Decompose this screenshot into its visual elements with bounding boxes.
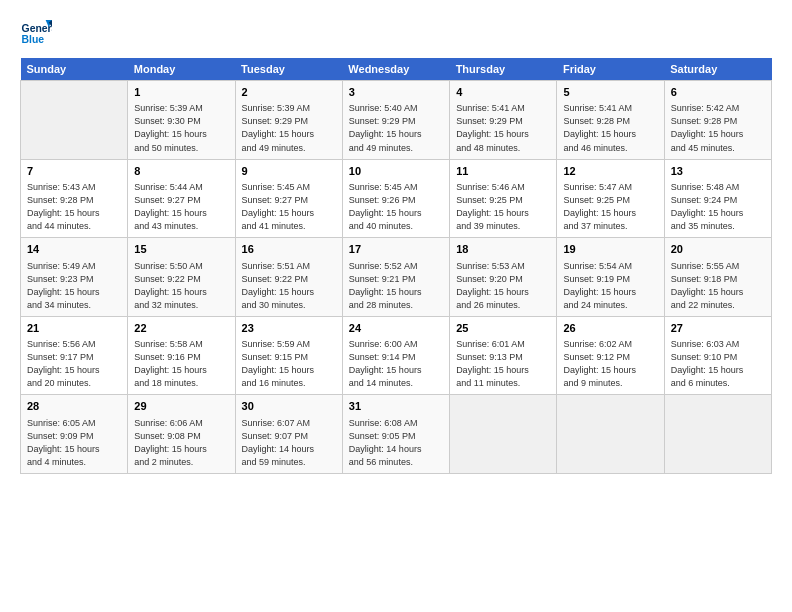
day-info: Sunrise: 5:51 AM Sunset: 9:22 PM Dayligh… (242, 260, 336, 312)
calendar-cell: 12Sunrise: 5:47 AM Sunset: 9:25 PM Dayli… (557, 159, 664, 238)
calendar-cell: 27Sunrise: 6:03 AM Sunset: 9:10 PM Dayli… (664, 316, 771, 395)
day-info: Sunrise: 5:39 AM Sunset: 9:30 PM Dayligh… (134, 102, 228, 154)
calendar-cell: 7Sunrise: 5:43 AM Sunset: 9:28 PM Daylig… (21, 159, 128, 238)
calendar-cell: 14Sunrise: 5:49 AM Sunset: 9:23 PM Dayli… (21, 238, 128, 317)
calendar-cell: 17Sunrise: 5:52 AM Sunset: 9:21 PM Dayli… (342, 238, 449, 317)
day-number: 11 (456, 164, 550, 179)
day-number: 14 (27, 242, 121, 257)
weekday-header-saturday: Saturday (664, 58, 771, 81)
calendar-cell: 28Sunrise: 6:05 AM Sunset: 9:09 PM Dayli… (21, 395, 128, 474)
calendar-table: SundayMondayTuesdayWednesdayThursdayFrid… (20, 58, 772, 474)
calendar-cell: 3Sunrise: 5:40 AM Sunset: 9:29 PM Daylig… (342, 81, 449, 160)
calendar-cell: 6Sunrise: 5:42 AM Sunset: 9:28 PM Daylig… (664, 81, 771, 160)
weekday-header-monday: Monday (128, 58, 235, 81)
day-info: Sunrise: 5:41 AM Sunset: 9:28 PM Dayligh… (563, 102, 657, 154)
day-info: Sunrise: 5:44 AM Sunset: 9:27 PM Dayligh… (134, 181, 228, 233)
calendar-cell (557, 395, 664, 474)
day-info: Sunrise: 5:58 AM Sunset: 9:16 PM Dayligh… (134, 338, 228, 390)
weekday-header-friday: Friday (557, 58, 664, 81)
day-info: Sunrise: 5:55 AM Sunset: 9:18 PM Dayligh… (671, 260, 765, 312)
day-number: 6 (671, 85, 765, 100)
day-number: 1 (134, 85, 228, 100)
calendar-cell (664, 395, 771, 474)
day-info: Sunrise: 6:00 AM Sunset: 9:14 PM Dayligh… (349, 338, 443, 390)
day-info: Sunrise: 6:06 AM Sunset: 9:08 PM Dayligh… (134, 417, 228, 469)
day-number: 30 (242, 399, 336, 414)
day-info: Sunrise: 5:40 AM Sunset: 9:29 PM Dayligh… (349, 102, 443, 154)
day-info: Sunrise: 5:50 AM Sunset: 9:22 PM Dayligh… (134, 260, 228, 312)
calendar-cell (21, 81, 128, 160)
day-number: 9 (242, 164, 336, 179)
day-info: Sunrise: 5:41 AM Sunset: 9:29 PM Dayligh… (456, 102, 550, 154)
calendar-cell: 5Sunrise: 5:41 AM Sunset: 9:28 PM Daylig… (557, 81, 664, 160)
calendar-cell: 19Sunrise: 5:54 AM Sunset: 9:19 PM Dayli… (557, 238, 664, 317)
day-info: Sunrise: 5:45 AM Sunset: 9:26 PM Dayligh… (349, 181, 443, 233)
calendar-cell: 15Sunrise: 5:50 AM Sunset: 9:22 PM Dayli… (128, 238, 235, 317)
calendar-cell: 8Sunrise: 5:44 AM Sunset: 9:27 PM Daylig… (128, 159, 235, 238)
day-info: Sunrise: 5:52 AM Sunset: 9:21 PM Dayligh… (349, 260, 443, 312)
day-info: Sunrise: 5:47 AM Sunset: 9:25 PM Dayligh… (563, 181, 657, 233)
calendar-cell: 20Sunrise: 5:55 AM Sunset: 9:18 PM Dayli… (664, 238, 771, 317)
calendar-cell: 31Sunrise: 6:08 AM Sunset: 9:05 PM Dayli… (342, 395, 449, 474)
day-info: Sunrise: 6:08 AM Sunset: 9:05 PM Dayligh… (349, 417, 443, 469)
calendar-cell: 29Sunrise: 6:06 AM Sunset: 9:08 PM Dayli… (128, 395, 235, 474)
calendar-cell: 21Sunrise: 5:56 AM Sunset: 9:17 PM Dayli… (21, 316, 128, 395)
day-info: Sunrise: 5:53 AM Sunset: 9:20 PM Dayligh… (456, 260, 550, 312)
calendar-cell: 26Sunrise: 6:02 AM Sunset: 9:12 PM Dayli… (557, 316, 664, 395)
calendar-cell (450, 395, 557, 474)
day-number: 21 (27, 321, 121, 336)
svg-text:Blue: Blue (22, 34, 45, 45)
weekday-header-tuesday: Tuesday (235, 58, 342, 81)
day-info: Sunrise: 5:59 AM Sunset: 9:15 PM Dayligh… (242, 338, 336, 390)
day-number: 12 (563, 164, 657, 179)
day-info: Sunrise: 6:02 AM Sunset: 9:12 PM Dayligh… (563, 338, 657, 390)
day-info: Sunrise: 6:07 AM Sunset: 9:07 PM Dayligh… (242, 417, 336, 469)
calendar-cell: 30Sunrise: 6:07 AM Sunset: 9:07 PM Dayli… (235, 395, 342, 474)
day-number: 23 (242, 321, 336, 336)
weekday-header-wednesday: Wednesday (342, 58, 449, 81)
logo-icon: General Blue (20, 16, 52, 48)
day-number: 25 (456, 321, 550, 336)
day-number: 29 (134, 399, 228, 414)
weekday-header-thursday: Thursday (450, 58, 557, 81)
day-info: Sunrise: 5:45 AM Sunset: 9:27 PM Dayligh… (242, 181, 336, 233)
day-number: 26 (563, 321, 657, 336)
day-number: 15 (134, 242, 228, 257)
day-number: 13 (671, 164, 765, 179)
day-number: 17 (349, 242, 443, 257)
day-number: 31 (349, 399, 443, 414)
day-number: 16 (242, 242, 336, 257)
day-number: 3 (349, 85, 443, 100)
calendar-cell: 11Sunrise: 5:46 AM Sunset: 9:25 PM Dayli… (450, 159, 557, 238)
calendar-cell: 16Sunrise: 5:51 AM Sunset: 9:22 PM Dayli… (235, 238, 342, 317)
calendar-cell: 23Sunrise: 5:59 AM Sunset: 9:15 PM Dayli… (235, 316, 342, 395)
calendar-header: SundayMondayTuesdayWednesdayThursdayFrid… (21, 58, 772, 81)
calendar-cell: 10Sunrise: 5:45 AM Sunset: 9:26 PM Dayli… (342, 159, 449, 238)
weekday-header-sunday: Sunday (21, 58, 128, 81)
day-info: Sunrise: 6:05 AM Sunset: 9:09 PM Dayligh… (27, 417, 121, 469)
day-number: 8 (134, 164, 228, 179)
calendar-cell: 1Sunrise: 5:39 AM Sunset: 9:30 PM Daylig… (128, 81, 235, 160)
calendar-cell: 9Sunrise: 5:45 AM Sunset: 9:27 PM Daylig… (235, 159, 342, 238)
calendar-cell: 18Sunrise: 5:53 AM Sunset: 9:20 PM Dayli… (450, 238, 557, 317)
day-info: Sunrise: 5:43 AM Sunset: 9:28 PM Dayligh… (27, 181, 121, 233)
day-info: Sunrise: 5:56 AM Sunset: 9:17 PM Dayligh… (27, 338, 121, 390)
day-number: 7 (27, 164, 121, 179)
day-number: 20 (671, 242, 765, 257)
day-number: 28 (27, 399, 121, 414)
calendar-cell: 25Sunrise: 6:01 AM Sunset: 9:13 PM Dayli… (450, 316, 557, 395)
day-number: 18 (456, 242, 550, 257)
day-number: 4 (456, 85, 550, 100)
day-number: 22 (134, 321, 228, 336)
calendar-cell: 2Sunrise: 5:39 AM Sunset: 9:29 PM Daylig… (235, 81, 342, 160)
day-info: Sunrise: 5:39 AM Sunset: 9:29 PM Dayligh… (242, 102, 336, 154)
day-info: Sunrise: 6:01 AM Sunset: 9:13 PM Dayligh… (456, 338, 550, 390)
header: General Blue (20, 16, 772, 48)
calendar-cell: 22Sunrise: 5:58 AM Sunset: 9:16 PM Dayli… (128, 316, 235, 395)
day-number: 19 (563, 242, 657, 257)
day-info: Sunrise: 5:42 AM Sunset: 9:28 PM Dayligh… (671, 102, 765, 154)
day-info: Sunrise: 6:03 AM Sunset: 9:10 PM Dayligh… (671, 338, 765, 390)
day-number: 10 (349, 164, 443, 179)
day-info: Sunrise: 5:48 AM Sunset: 9:24 PM Dayligh… (671, 181, 765, 233)
calendar-cell: 24Sunrise: 6:00 AM Sunset: 9:14 PM Dayli… (342, 316, 449, 395)
